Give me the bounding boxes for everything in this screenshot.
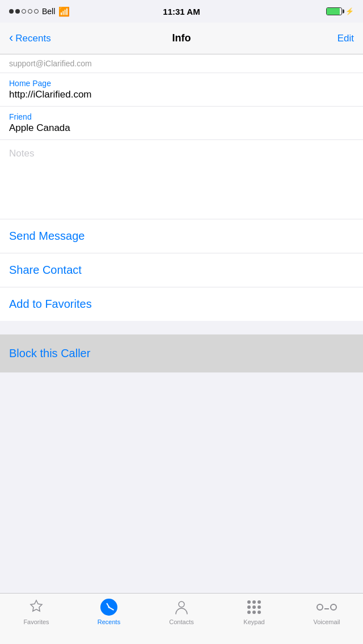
keypad-dot-9 (258, 611, 261, 614)
star-icon (28, 599, 44, 615)
recents-label: Recents (98, 618, 120, 625)
voicemail-icon-wrap (318, 598, 336, 616)
signal-dot-5 (34, 9, 39, 14)
edit-button[interactable]: Edit (337, 33, 354, 44)
homepage-label: Home Page (9, 79, 354, 88)
friend-row: Friend Apple Canada (0, 107, 363, 140)
contacts-label: Contacts (169, 618, 193, 625)
info-section: Home Page http://iClarified.com Friend A… (0, 73, 363, 219)
bolt-icon: ⚡ (345, 7, 354, 15)
notes-placeholder: Notes (9, 148, 34, 159)
battery-icon (326, 7, 342, 15)
voicemail-icon (316, 604, 337, 611)
keypad-dot-4 (247, 605, 251, 609)
share-contact-row[interactable]: Share Contact (0, 253, 363, 287)
back-label: Recents (15, 33, 50, 44)
keypad-dot-8 (252, 611, 256, 614)
page-title: Info (172, 32, 191, 44)
email-value: support@iClarified.com (9, 59, 92, 68)
block-section[interactable]: Block this Caller (0, 334, 363, 372)
back-button[interactable]: ‹ Recents (9, 33, 51, 44)
notes-row[interactable]: Notes (0, 140, 363, 219)
friend-label: Friend (9, 112, 354, 121)
friend-value: Apple Canada (9, 122, 354, 134)
clock-center-dot (108, 607, 110, 608)
keypad-dot-6 (258, 605, 261, 609)
svg-point-0 (179, 601, 184, 607)
favorites-icon-wrap (27, 598, 45, 616)
keypad-label: Keypad (243, 618, 264, 625)
keypad-icon (247, 600, 261, 614)
voicemail-circle-left (316, 604, 323, 611)
nav-bar: ‹ Recents Info Edit (0, 23, 363, 54)
keypad-dot-2 (252, 600, 256, 604)
keypad-dot-3 (258, 600, 261, 604)
recents-icon-wrap (100, 598, 118, 616)
tab-contacts[interactable]: Contacts (145, 598, 218, 625)
share-contact-label: Share Contact (9, 264, 82, 276)
keypad-dot-5 (252, 605, 256, 609)
person-icon (174, 599, 189, 615)
voicemail-line (324, 608, 329, 610)
block-label: Block this Caller (9, 347, 90, 359)
clock-icon (100, 599, 117, 616)
block-row[interactable]: Block this Caller (0, 334, 363, 372)
contacts-icon-wrap (172, 598, 191, 616)
voicemail-circle-right (330, 604, 337, 611)
status-right: ⚡ (326, 7, 354, 15)
add-to-favorites-label: Add to Favorites (9, 298, 92, 310)
action-section: Send Message Share Contact Add to Favori… (0, 219, 363, 321)
favorites-label: Favorites (23, 618, 49, 625)
status-time: 11:31 AM (163, 7, 200, 16)
voicemail-label: Voicemail (313, 618, 340, 625)
tab-voicemail[interactable]: Voicemail (290, 598, 363, 625)
signal-dot-1 (9, 9, 14, 14)
email-hint-row: support@iClarified.com (0, 54, 363, 73)
signal-dots (9, 9, 39, 14)
homepage-row: Home Page http://iClarified.com (0, 73, 363, 107)
tab-keypad[interactable]: Keypad (218, 598, 290, 625)
keypad-dot-1 (247, 600, 251, 604)
status-bar: Bell 📶 11:31 AM ⚡ (0, 0, 363, 23)
send-message-row[interactable]: Send Message (0, 219, 363, 253)
wifi-icon: 📶 (58, 6, 70, 17)
send-message-label: Send Message (9, 230, 85, 242)
add-to-favorites-row[interactable]: Add to Favorites (0, 287, 363, 321)
chevron-left-icon: ‹ (9, 32, 13, 44)
signal-dot-4 (28, 9, 32, 14)
signal-dot-3 (22, 9, 26, 14)
carrier-label: Bell (42, 7, 55, 16)
tab-recents[interactable]: Recents (73, 598, 145, 625)
tab-favorites[interactable]: Favorites (0, 598, 73, 625)
keypad-icon-wrap (245, 598, 263, 616)
keypad-dot-7 (247, 611, 251, 614)
signal-dot-2 (15, 9, 20, 14)
tab-bar: Favorites Recents Contacts (0, 593, 363, 644)
battery-fill (327, 8, 340, 15)
status-left: Bell 📶 (9, 6, 70, 17)
homepage-value[interactable]: http://iClarified.com (9, 89, 354, 100)
